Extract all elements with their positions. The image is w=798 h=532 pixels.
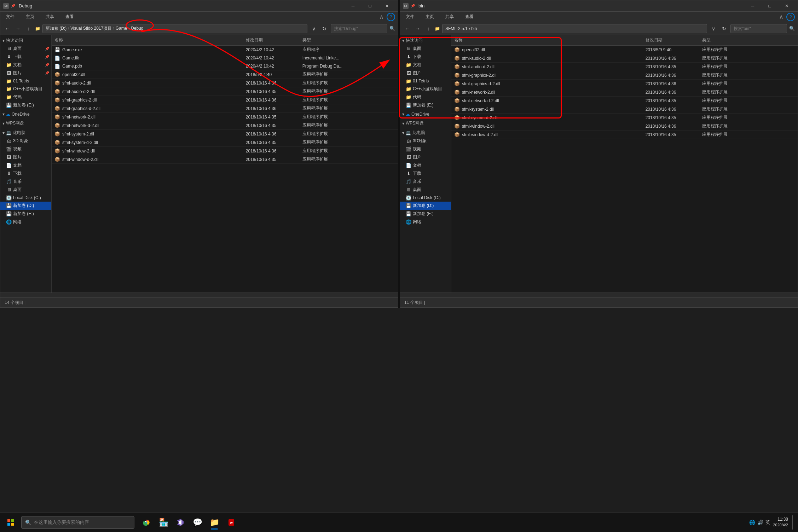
ribbon-tab-file-bin[interactable]: 文件 [403, 12, 417, 21]
language-indicator[interactable]: 英 [765, 519, 770, 526]
onedrive-header-bin[interactable]: ▾ ☁ OneDrive [400, 111, 451, 118]
start-button[interactable] [3, 515, 18, 530]
sidebar-item-new-d[interactable]: 💾 新加卷 (D:) [0, 202, 51, 210]
back-button[interactable]: ← [3, 24, 12, 33]
taskbar-app-vs[interactable] [173, 515, 188, 530]
sidebar-bin-music[interactable]: 🎵 音乐 [400, 178, 451, 186]
sidebar-item-docs2[interactable]: 📄 文档 [0, 161, 51, 169]
table-row[interactable]: 📦 sfml-graphics-2.dll 2018/10/16 4:36 应用… [451, 71, 798, 80]
sidebar-bin-dl2[interactable]: ⬇ 下载 [400, 169, 451, 178]
sidebar-item-tetris[interactable]: 📁 01 Tetris [0, 77, 51, 85]
sidebar-item-desktop[interactable]: 🖥 桌面 📌 [0, 45, 51, 53]
collapse-ribbon-icon-bin[interactable]: ∧ [779, 13, 783, 21]
table-row[interactable]: 📦 sfml-audio-d-2.dll 2018/10/16 4:35 应用程… [52, 87, 398, 96]
address-input-debug[interactable] [42, 24, 307, 33]
table-row[interactable]: 📦 sfml-window-2.dll 2018/10/16 4:36 应用程序… [52, 147, 398, 155]
horizontal-scrollbar-bin[interactable] [400, 293, 798, 297]
ribbon-tab-view[interactable]: 查看 [63, 12, 77, 21]
col-type-bin[interactable]: 类型 [699, 36, 798, 44]
ribbon-tab-home-bin[interactable]: 主页 [423, 12, 437, 21]
address-dropdown-bin[interactable]: ∨ [709, 24, 718, 33]
refresh-button[interactable]: ↻ [320, 24, 329, 33]
collapse-ribbon-icon[interactable]: ∧ [379, 13, 384, 21]
maximize-button-bin[interactable]: □ [762, 0, 778, 12]
sidebar-bin-video[interactable]: 🎬 视频 [400, 145, 451, 153]
table-row[interactable]: 📦 sfml-network-d-2.dll 2018/10/16 4:35 应… [52, 121, 398, 130]
sidebar-item-music[interactable]: 🎵 音乐 [0, 178, 51, 186]
sidebar-item-cpp[interactable]: 📁 C++小游戏项目 [0, 85, 51, 93]
this-pc-header[interactable]: ▾ 💻 此电脑 [0, 129, 51, 137]
table-row[interactable]: 📦 sfml-system-2.dll 2018/10/16 4:36 应用程序… [451, 105, 798, 114]
quick-access-header[interactable]: ▾ 快速访问 [0, 36, 51, 45]
taskbar-clock[interactable]: 11:38 2020/4/2 [773, 516, 788, 528]
sidebar-item-pictures2[interactable]: 🖼 图片 [0, 153, 51, 161]
show-desktop-button[interactable] [792, 515, 795, 530]
up-button[interactable]: ↑ [24, 24, 33, 33]
wps-header-bin[interactable]: ▾ WPS网盘 [400, 119, 451, 127]
sidebar-item-documents[interactable]: 📁 文档 📌 [0, 61, 51, 69]
up-button-bin[interactable]: ↑ [424, 24, 433, 33]
table-row[interactable]: 📦 sfml-network-2.dll 2018/10/16 4:36 应用程… [451, 88, 798, 97]
sidebar-bin-network[interactable]: 🌐 网络 [400, 218, 451, 226]
table-row[interactable]: 📦 sfml-graphics-2.dll 2018/10/16 4:36 应用… [52, 96, 398, 104]
table-row[interactable]: 📦 sfml-audio-d-2.dll 2018/10/16 4:35 应用程… [451, 63, 798, 71]
help-button[interactable]: ? [387, 13, 395, 21]
sidebar-item-downloads[interactable]: ⬇ 下载 📌 [0, 53, 51, 61]
ribbon-tab-view-bin[interactable]: 查看 [462, 12, 476, 21]
help-button-bin[interactable]: ? [786, 13, 795, 21]
sidebar-bin-3d[interactable]: 🗂 3D对象 [400, 137, 451, 145]
horizontal-scrollbar-debug[interactable] [0, 293, 398, 297]
col-date-debug[interactable]: 修改日期 [243, 36, 300, 44]
sidebar-bin-cpp[interactable]: 📁 C++小游戏项目 [400, 85, 451, 93]
sidebar-item-new-e2[interactable]: 💾 新加卷 (E:) [0, 210, 51, 218]
table-row[interactable]: 📄 Game.ilk 2020/4/2 10:42 Incremental Li… [52, 54, 398, 62]
table-row[interactable]: 📦 sfml-window-d-2.dll 2018/10/16 4:35 应用… [451, 131, 798, 139]
sidebar-bin-code[interactable]: 📁 代码 [400, 93, 451, 101]
table-row[interactable]: 📦 sfml-system-d-2.dll 2018/10/16 4:35 应用… [52, 138, 398, 147]
close-button-bin[interactable]: ✕ [779, 0, 795, 12]
ribbon-tab-file[interactable]: 文件 [3, 12, 17, 21]
search-input-debug[interactable] [331, 24, 387, 33]
taskbar-app-explorer[interactable]: 📁 [207, 515, 222, 530]
table-row[interactable]: 📦 sfml-network-d-2.dll 2018/10/16 4:35 应… [451, 97, 798, 105]
table-row[interactable]: 📦 sfml-system-2.dll 2018/10/16 4:36 应用程序… [52, 130, 398, 138]
col-date-bin[interactable]: 修改日期 [643, 36, 699, 44]
this-pc-header-bin[interactable]: ▾ 💻 此电脑 [400, 129, 451, 137]
minimize-button-bin[interactable]: ─ [745, 0, 761, 12]
forward-button-bin[interactable]: → [414, 24, 422, 33]
sidebar-item-3d[interactable]: 🗂 3D 对象 [0, 137, 51, 145]
ribbon-tab-share[interactable]: 共享 [43, 12, 57, 21]
sidebar-item-network[interactable]: 🌐 网络 [0, 218, 51, 226]
col-name-bin[interactable]: 名称 [451, 36, 643, 44]
quick-access-header-bin[interactable]: ▾ 快速访问 [400, 36, 451, 45]
ribbon-tab-share-bin[interactable]: 共享 [443, 12, 457, 21]
minimize-button[interactable]: ─ [345, 0, 361, 12]
search-icon[interactable]: 🔍 [389, 26, 395, 31]
table-row[interactable]: 📦 sfml-audio-2.dll 2018/10/16 4:36 应用程序扩… [451, 54, 798, 63]
sidebar-bin-documents[interactable]: 📁 文档 [400, 61, 451, 69]
sidebar-bin-new-e[interactable]: 💾 新加卷 (E:) [400, 101, 451, 109]
network-tray-icon[interactable]: 🌐 [749, 520, 755, 525]
back-button-bin[interactable]: ← [403, 24, 411, 33]
close-button[interactable]: ✕ [379, 0, 395, 12]
table-row[interactable]: 📦 sfml-system-d-2.dll 2018/10/16 4:35 应用… [451, 114, 798, 122]
table-row[interactable]: 📦 openal32.dll 2018/5/9 4:40 应用程序扩展 [52, 70, 398, 79]
sidebar-bin-desktop[interactable]: 🖥 桌面 [400, 45, 451, 53]
sidebar-bin-docs2[interactable]: 📄 文档 [400, 161, 451, 169]
sidebar-bin-tetris[interactable]: 📁 01 Tetris [400, 77, 451, 85]
sidebar-item-local-c[interactable]: 💽 Local Disk (C:) [0, 194, 51, 202]
sidebar-item-dl2[interactable]: ⬇ 下载 [0, 169, 51, 178]
address-input-bin[interactable] [442, 24, 707, 33]
col-name-debug[interactable]: 名称 [52, 36, 243, 44]
onedrive-header[interactable]: ▾ ☁ OneDrive [0, 111, 51, 118]
sidebar-item-desktop2[interactable]: 🖥 桌面 [0, 186, 51, 194]
table-row[interactable]: 📦 sfml-network-2.dll 2018/10/16 4:35 应用程… [52, 113, 398, 121]
sidebar-item-pictures[interactable]: 🖼 图片 📌 [0, 69, 51, 77]
forward-button[interactable]: → [14, 24, 22, 33]
sidebar-bin-new-d[interactable]: 💾 新加卷 (D:) [400, 202, 451, 210]
taskbar-app-wps[interactable]: W [224, 515, 239, 530]
search-input-bin[interactable] [730, 24, 787, 33]
table-row[interactable]: 📦 sfml-window-d-2.dll 2018/10/16 4:35 应用… [52, 155, 398, 164]
sidebar-item-video[interactable]: 🎬 视频 [0, 145, 51, 153]
sidebar-bin-desktop2[interactable]: 🖥 桌面 [400, 186, 451, 194]
